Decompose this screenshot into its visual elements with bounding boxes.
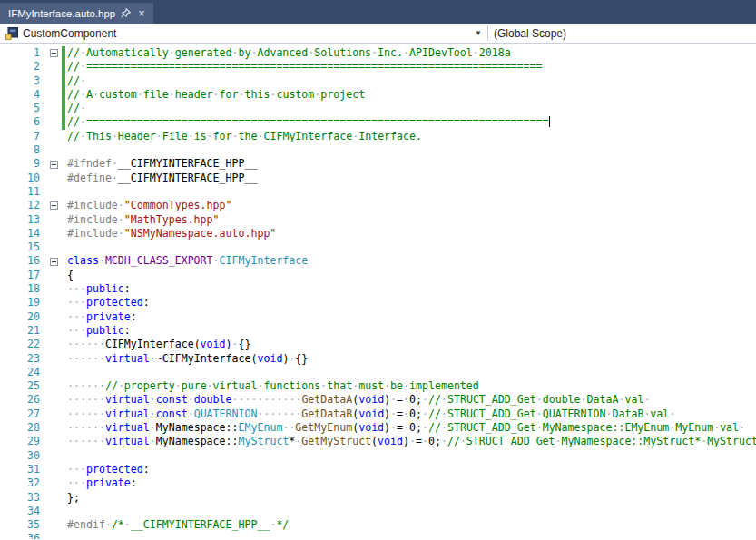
code-text[interactable]: class·MCDH_CLASS_EXPORT·CIFMyInterface (67, 254, 756, 268)
fold-toggle-icon[interactable] (50, 258, 58, 266)
line-number[interactable]: 27 (0, 407, 47, 421)
line-number[interactable]: 17 (0, 269, 47, 282)
line-number[interactable]: 12 (0, 199, 47, 212)
line-number[interactable]: 3 (0, 74, 47, 88)
line-number[interactable]: 23 (0, 352, 47, 366)
code-text[interactable] (67, 143, 756, 157)
chevron-down-icon[interactable]: ▼ (475, 29, 482, 37)
code-line[interactable]: 18···public: (0, 282, 756, 296)
code-line[interactable]: 31···protected: (0, 463, 756, 476)
line-number[interactable]: 33 (0, 491, 47, 505)
code-line[interactable]: 21···public: (0, 324, 756, 338)
tab-ifmyinterface[interactable]: IFMyInterface.auto.hpp × (0, 3, 153, 24)
code-line[interactable]: 11 (0, 185, 756, 199)
code-line[interactable]: 28······virtual·MyNamespace::EMyEnum··Ge… (0, 421, 756, 435)
line-number[interactable]: 1 (0, 46, 47, 60)
code-text[interactable]: //·A·custom·file·header·for·this·custom·… (67, 88, 756, 102)
code-line[interactable]: 36 (0, 532, 756, 539)
line-number[interactable]: 31 (0, 463, 47, 476)
code-text[interactable]: //·=====================================… (67, 60, 756, 74)
line-number[interactable]: 18 (0, 282, 47, 296)
fold-toggle-icon[interactable] (50, 49, 58, 57)
line-number[interactable]: 7 (0, 130, 47, 143)
code-line[interactable]: 7//·This·Header·File·is·for·the·CIFMyInt… (0, 130, 756, 143)
line-number[interactable]: 30 (0, 449, 47, 463)
line-number[interactable]: 19 (0, 296, 47, 309)
code-line[interactable]: 25······//·property·pure·virtual·functio… (0, 379, 756, 393)
code-text[interactable]: ······//·property·pure·virtual·functions… (67, 379, 756, 393)
line-number[interactable]: 6 (0, 115, 47, 129)
line-number[interactable]: 21 (0, 324, 47, 338)
fold-toggle-icon[interactable] (50, 161, 58, 169)
line-number[interactable]: 35 (0, 518, 47, 532)
line-number[interactable]: 14 (0, 227, 47, 241)
code-line[interactable]: 20···private: (0, 310, 756, 324)
code-editor[interactable]: 1//·Automatically·generated·by·Advanced·… (0, 44, 756, 539)
code-text[interactable]: #include·"NSMyNamespace.auto.hpp" (67, 227, 756, 241)
code-text[interactable]: { (67, 269, 756, 282)
code-text[interactable]: //·Automatically·generated·by·Advanced·S… (67, 46, 756, 60)
code-line[interactable]: 17{ (0, 269, 756, 282)
line-number[interactable]: 28 (0, 421, 47, 435)
types-dropdown[interactable]: CustomComponent ▼ (0, 24, 487, 43)
code-text[interactable] (67, 449, 756, 463)
code-line[interactable]: 35#endif·/*·__CIFMYINTERFACE_HPP__·*/ (0, 518, 756, 532)
code-line[interactable]: 16class·MCDH_CLASS_EXPORT·CIFMyInterface (0, 254, 756, 268)
code-line[interactable]: 10#define·__CIFMYINTERFACE_HPP__ (0, 172, 756, 185)
code-text[interactable]: ······virtual·MyNamespace::MyStruct*·Get… (67, 435, 756, 448)
code-line[interactable]: 4//·A·custom·file·header·for·this·custom… (0, 88, 756, 102)
code-text[interactable]: ···protected: (67, 296, 756, 309)
code-line[interactable]: 15 (0, 241, 756, 254)
code-text[interactable]: #endif·/*·__CIFMYINTERFACE_HPP__·*/ (67, 518, 756, 532)
code-text[interactable] (67, 185, 756, 199)
code-line[interactable]: 13#include·"MathTypes.hpp" (0, 213, 756, 227)
code-text[interactable] (67, 532, 756, 539)
code-text[interactable]: ······CIFMyInterface(void)·{} (67, 338, 756, 351)
line-number[interactable]: 9 (0, 157, 47, 171)
code-line[interactable]: 6//·====================================… (0, 115, 756, 129)
line-number[interactable]: 13 (0, 213, 47, 227)
line-number[interactable]: 36 (0, 532, 47, 539)
code-line[interactable]: 29······virtual·MyNamespace::MyStruct*·G… (0, 435, 756, 448)
code-text[interactable]: //·This·Header·File·is·for·the·CIFMyInte… (67, 130, 756, 143)
line-number[interactable]: 4 (0, 88, 47, 102)
code-text[interactable]: ······virtual·const·double···········Get… (67, 393, 756, 407)
code-line[interactable]: 30 (0, 449, 756, 463)
line-number[interactable]: 25 (0, 379, 47, 393)
line-number[interactable]: 26 (0, 393, 47, 407)
code-line[interactable]: 14#include·"NSMyNamespace.auto.hpp" (0, 227, 756, 241)
pin-icon[interactable] (121, 8, 131, 18)
code-line[interactable]: 27······virtual·const·QUATERNION·······G… (0, 407, 756, 421)
code-text[interactable]: ···private: (67, 476, 756, 490)
code-line[interactable]: 5//· (0, 102, 756, 115)
code-text[interactable]: #include·"CommonTypes.hpp" (67, 199, 756, 212)
line-number[interactable]: 10 (0, 172, 47, 185)
code-text[interactable]: #define·__CIFMYINTERFACE_HPP__ (67, 172, 756, 185)
code-line[interactable]: 1//·Automatically·generated·by·Advanced·… (0, 46, 756, 60)
code-text[interactable]: ···public: (67, 324, 756, 338)
line-number[interactable]: 15 (0, 241, 47, 254)
code-line[interactable]: 19···protected: (0, 296, 756, 309)
code-line[interactable]: 32···private: (0, 476, 756, 490)
code-text[interactable]: }; (67, 491, 756, 505)
code-line[interactable]: 26······virtual·const·double···········G… (0, 393, 756, 407)
code-line[interactable]: 3//· (0, 74, 756, 88)
code-text[interactable] (67, 505, 756, 518)
code-text[interactable]: #include·"MathTypes.hpp" (67, 213, 756, 227)
code-text[interactable]: #ifndef·__CIFMYINTERFACE_HPP__ (67, 157, 756, 171)
fold-toggle-icon[interactable] (50, 201, 58, 210)
code-text[interactable]: ···public: (67, 282, 756, 296)
code-text[interactable]: //· (67, 74, 756, 88)
line-number[interactable]: 29 (0, 435, 47, 448)
code-text[interactable]: ···private: (67, 310, 756, 324)
code-text[interactable]: ······virtual·~CIFMyInterface(void)·{} (67, 352, 756, 366)
line-number[interactable]: 8 (0, 143, 47, 157)
line-number[interactable]: 34 (0, 505, 47, 518)
line-number[interactable]: 2 (0, 60, 47, 74)
code-line[interactable]: 22······CIFMyInterface(void)·{} (0, 338, 756, 351)
line-number[interactable]: 32 (0, 476, 47, 490)
code-text[interactable] (67, 366, 756, 379)
code-text[interactable]: ······virtual·MyNamespace::EMyEnum··GetM… (67, 421, 756, 435)
code-text[interactable]: ······virtual·const·QUATERNION·······Get… (67, 407, 756, 421)
line-number[interactable]: 11 (0, 185, 47, 199)
